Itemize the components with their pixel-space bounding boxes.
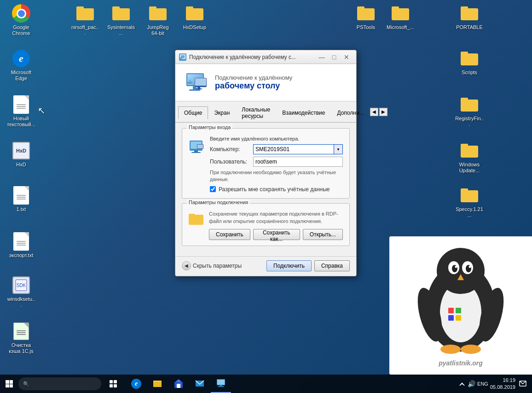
start-button[interactable] [0,375,18,393]
folder-icon-speccy [460,186,479,205]
rdp-titlebar-buttons: — □ ✕ [316,53,353,62]
volume-icon[interactable]: 🔊 [468,380,475,387]
svg-rect-32 [195,78,206,86]
taskbar-search[interactable]: 🔍 [18,377,101,390]
restore-button[interactable]: □ [328,53,340,62]
connection-group-title: Параметры подключения [187,199,250,205]
rdp-footer-right: Подключить Справка [266,260,350,271]
tab-next-button[interactable]: ▶ [379,108,387,116]
export-label: экспорт.txt [9,252,34,258]
svg-point-25 [181,58,182,59]
desktop-icon-windowsupdate[interactable]: Windows Update... [453,140,486,176]
desktop-icon-speccy[interactable]: Speccy.1.21... [453,184,486,220]
svg-point-35 [189,80,191,82]
login-note: При подключении необходимо будет указать… [210,169,343,183]
help-button[interactable]: Справка [314,260,350,271]
user-input[interactable] [253,157,343,167]
connect-button[interactable]: Подключить [266,260,312,271]
tab-more[interactable]: Дополни... [331,106,370,119]
remote-computer-icon [189,138,205,156]
hide-arrow-icon: ◀ [182,261,191,270]
hide-params-label: Скрыть параметры [193,263,242,269]
desktop-icon-portable[interactable]: PORTABLE [453,2,486,32]
clock-date: 05.08.2019 [490,384,515,391]
desktop-icon-hxd[interactable]: HxD HxD [5,140,37,170]
taskbar-rdp-icon [216,378,226,389]
desktop-icon-edge[interactable]: e Microsoft Edge [5,47,37,83]
save-as-button[interactable]: Сохранить как... [253,229,300,240]
pstools-label: PSTools [357,24,375,30]
desktop-icon-microsoft[interactable]: Microsoft_... [384,2,416,32]
desktop-icon-scripts[interactable]: Scripts [453,47,486,77]
desktop-icon-pstools[interactable]: PSTools [350,2,382,32]
folder-icon-windowsupdate [460,141,479,160]
desktop-icon-1txt[interactable]: 1.txt [5,184,37,214]
speccy-label: Speccy.1.21... [455,206,484,218]
taskbar-store-icon [173,378,184,390]
svg-rect-49 [114,384,117,387]
rdp-titlebar: Подключение к удалённому рабочему с... —… [175,50,356,64]
computer-input-container: ▼ [253,144,343,154]
desktop-icon-chrome[interactable]: Google Chrome [5,2,37,38]
taskbar-clock[interactable]: 16:19 05.08.2019 [490,377,515,391]
taskbar-mail-icon [195,378,205,390]
svg-text:pyatlistnik.org: pyatlistnik.org [438,359,483,367]
computer-input[interactable] [253,144,334,154]
computer-label: Компьютер: [210,146,251,153]
rdp-footer-left: ◀ Скрыть параметры [182,261,242,270]
tab-local-resources[interactable]: Локальные ресурсы [236,103,276,122]
connection-description: Сохранение текущих параметров подключени… [209,210,343,225]
folder-icon-sysinternals [112,4,130,23]
desktop-icon-export[interactable]: экспорт.txt [5,230,37,260]
language-indicator[interactable]: ENG [477,381,488,387]
tab-general[interactable]: Общие [178,106,208,119]
tab-prev-button[interactable]: ◀ [370,108,378,116]
tab-screen[interactable]: Экран [208,106,236,119]
taskbar-app-icons: e [126,375,231,393]
desktop-icon-registryfin[interactable]: RegistryFin... [453,94,486,129]
svg-rect-41 [191,152,201,153]
folder-icon-nirsoft [76,4,94,23]
save-credentials-checkbox[interactable] [210,186,216,192]
registryfin-label: RegistryFin... [455,116,484,128]
folder-icon-jumpreg [149,4,167,23]
task-view-button[interactable] [103,375,123,393]
desktop-icon-jumpreg[interactable]: JumpReg 64-bit [142,2,174,38]
svg-rect-17 [448,308,454,313]
taskbar-store-button[interactable] [168,375,189,393]
svg-rect-37 [188,83,191,83]
tab-interaction[interactable]: Взаимодействие [276,106,331,119]
taskbar-mail-button[interactable] [190,375,210,393]
1txt-label: 1.txt [17,206,26,212]
tab-nav: ◀ ▶ [370,108,387,116]
notification-button[interactable] [517,380,528,388]
save-credentials-label: Разрешить мне сохранять учётные данные [219,186,330,193]
svg-text:SDK: SDK [17,283,26,288]
taskbar-rdp-button[interactable] [211,375,231,393]
taskbar-edge-button[interactable]: e [126,375,146,393]
desktop-icon-sysinternals[interactable]: Sysinternals... [105,2,137,38]
open-button[interactable]: Открыть... [303,229,343,240]
desktop-icon-cleaner[interactable]: Очистка кэша 1С.js [5,320,37,356]
svg-rect-45 [189,214,195,217]
network-icon[interactable] [458,380,466,388]
taskbar-explorer-button[interactable] [147,375,168,393]
save-credentials-row: Разрешить мне сохранять учётные данные [210,186,343,193]
rdp-header-text: Подключение к удалённому рабочему столу [215,74,292,91]
desktop-icon-winsdk[interactable]: SDK winsdksetu... [5,274,37,310]
svg-rect-43 [197,145,203,148]
desktop-icon-hxdsetup[interactable]: HxDSetup [179,2,211,32]
connection-text: Сохранение текущих параметров подключени… [209,211,338,224]
nirsoft-label: nirsoft_pac... [71,24,99,36]
edge-icon-img: e [12,49,30,68]
windows-logo-icon [6,380,13,387]
close-button[interactable]: ✕ [341,53,353,62]
computer-dropdown-button[interactable]: ▼ [334,144,343,154]
svg-rect-19 [448,315,454,321]
desktop-icon-nirsoft[interactable]: nirsoft_pac... [69,2,101,38]
hide-params-button[interactable]: ◀ Скрыть параметры [182,261,242,270]
desktop-icon-newtext[interactable]: Новый текстовый... [5,94,37,129]
taskbar-explorer-icon [152,379,162,389]
save-button[interactable]: Сохранить [209,229,250,240]
minimize-button[interactable]: — [316,53,328,62]
